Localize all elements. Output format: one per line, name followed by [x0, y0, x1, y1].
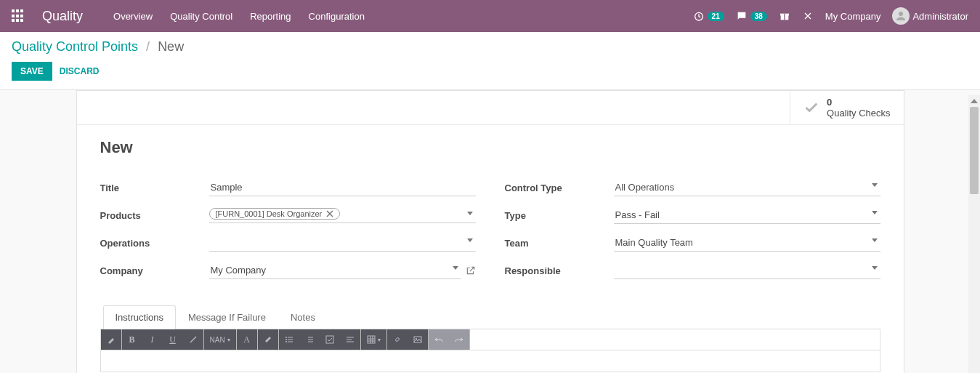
nav-configuration[interactable]: Configuration: [309, 11, 365, 22]
row-operations: Operations: [100, 233, 476, 253]
stat-label: Quality Checks: [827, 108, 890, 119]
row-company: Company: [100, 260, 476, 281]
label-products: Products: [100, 210, 209, 221]
link-button[interactable]: [387, 329, 408, 350]
label-control-type: Control Type: [505, 183, 614, 193]
nav-overview[interactable]: Overview: [113, 11, 153, 22]
list-ul-icon: [285, 335, 293, 344]
tools-indicator[interactable]: [802, 10, 814, 22]
avatar-icon: [892, 7, 910, 25]
discard-button[interactable]: DISCARD: [60, 66, 100, 76]
timer-badge: 21: [708, 12, 724, 21]
bold-button[interactable]: B: [122, 329, 142, 350]
chat-badge: 38: [750, 12, 767, 21]
list-ul-button[interactable]: [279, 329, 299, 350]
row-title: Title: [100, 177, 476, 198]
timer-indicator[interactable]: 21: [693, 10, 724, 22]
chat-icon: [736, 10, 748, 22]
title-input[interactable]: [209, 179, 476, 196]
table-button[interactable]: ▾: [361, 329, 386, 350]
scroll-thumb[interactable]: [970, 107, 979, 194]
control-panel: Quality Control Points / New SAVE DISCAR…: [0, 32, 980, 90]
align-button[interactable]: [340, 329, 360, 350]
product-tag: [FURN_0001] Desk Organizer: [209, 208, 341, 220]
scrollbar[interactable]: [968, 95, 980, 373]
external-link-icon[interactable]: [466, 265, 476, 276]
svg-point-7: [286, 341, 287, 342]
check-icon: [803, 100, 819, 116]
fontsize-button[interactable]: NAN ▾: [204, 329, 236, 350]
tab-message-failure[interactable]: Message If Failure: [176, 305, 278, 329]
wrench-icon: [802, 10, 814, 22]
svg-rect-9: [368, 336, 375, 343]
stat-count: 0: [827, 97, 890, 108]
breadcrumb-current: New: [158, 39, 184, 54]
checklist-icon: [325, 335, 334, 344]
nav-left: Quality Overview Quality Control Reporti…: [12, 9, 365, 24]
redo-button[interactable]: [449, 329, 469, 350]
row-type: Type: [505, 205, 880, 225]
type-input[interactable]: [614, 206, 880, 224]
list-ol-button[interactable]: [299, 329, 320, 350]
row-responsible: Responsible: [505, 260, 880, 281]
eraser-icon: [264, 335, 272, 344]
form-sheet: 0 Quality Checks New Title Products: [76, 90, 904, 373]
operations-input[interactable]: [209, 234, 476, 252]
undo-button[interactable]: [429, 329, 449, 350]
close-icon[interactable]: [326, 210, 333, 217]
image-icon: [413, 335, 422, 344]
label-title: Title: [100, 183, 209, 193]
clear-format-button[interactable]: [258, 329, 278, 350]
breadcrumb-parent[interactable]: Quality Control Points: [12, 39, 138, 54]
forecolor-button[interactable]: A: [237, 329, 257, 350]
form-columns: Title Products [FURN_0001] Desk Organize…: [100, 177, 880, 288]
navbar: Quality Overview Quality Control Reporti…: [0, 0, 980, 32]
discuss-indicator[interactable]: 38: [736, 10, 767, 22]
link-icon: [393, 335, 402, 344]
underline-button[interactable]: U: [163, 329, 183, 350]
editor-body[interactable]: [100, 350, 880, 372]
right-col: Control Type Type Team Responsible: [505, 177, 880, 288]
button-box: 0 Quality Checks: [77, 91, 904, 125]
list-ol-icon: [305, 335, 314, 344]
checklist-button[interactable]: [320, 329, 340, 350]
svg-rect-8: [326, 336, 333, 343]
svg-rect-3: [784, 14, 785, 20]
app-brand[interactable]: Quality: [42, 9, 83, 24]
nav-quality-control[interactable]: Quality Control: [170, 11, 232, 22]
row-products: Products [FURN_0001] Desk Organizer: [100, 205, 476, 225]
company-input[interactable]: [209, 262, 461, 279]
gift-indicator[interactable]: [779, 10, 790, 22]
breadcrumb: Quality Control Points / New: [12, 39, 968, 55]
tab-notes[interactable]: Notes: [278, 305, 328, 329]
label-responsible: Responsible: [505, 265, 614, 276]
responsible-input[interactable]: [614, 262, 880, 279]
svg-point-5: [286, 337, 287, 338]
image-button[interactable]: [408, 329, 428, 350]
team-input[interactable]: [614, 234, 880, 252]
save-button[interactable]: SAVE: [12, 62, 52, 81]
nav-right: 21 38 My Company Administrator: [693, 7, 968, 25]
user-menu[interactable]: Administrator: [892, 7, 968, 25]
label-team: Team: [505, 238, 614, 249]
wysiwyg-toolbar: B I U NAN ▾ A: [100, 329, 880, 350]
table-icon: [367, 335, 376, 344]
apps-icon[interactable]: [12, 9, 25, 23]
label-type: Type: [505, 210, 614, 221]
control-type-input[interactable]: [614, 179, 880, 196]
nav-reporting[interactable]: Reporting: [250, 11, 291, 22]
nav-menu: Overview Quality Control Reporting Confi…: [113, 11, 365, 22]
gift-icon: [779, 10, 790, 22]
products-field[interactable]: [FURN_0001] Desk Organizer: [209, 207, 476, 223]
italic-button[interactable]: I: [142, 329, 163, 350]
scroll-up-icon[interactable]: [968, 95, 980, 107]
quality-checks-stat-button[interactable]: 0 Quality Checks: [790, 91, 903, 124]
style-button[interactable]: [101, 329, 121, 350]
row-team: Team: [505, 233, 880, 253]
sheet-body: New Title Products [FURN_0001] Desk Orga…: [77, 125, 904, 373]
tab-instructions[interactable]: Instructions: [103, 305, 176, 329]
label-company: Company: [100, 265, 209, 276]
company-selector[interactable]: My Company: [825, 11, 881, 22]
svg-rect-10: [414, 337, 421, 342]
strike-button[interactable]: [183, 329, 203, 350]
